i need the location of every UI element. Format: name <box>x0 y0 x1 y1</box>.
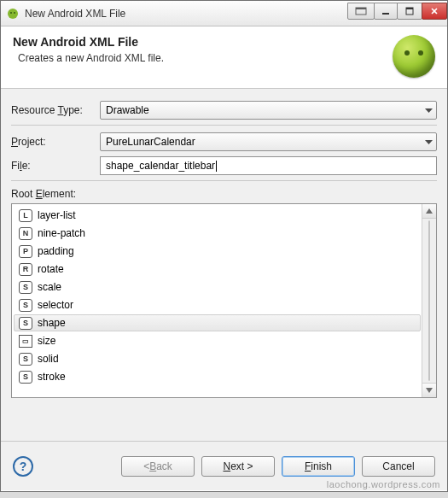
help-icon[interactable]: ? <box>13 456 33 477</box>
chevron-down-icon <box>425 136 433 148</box>
element-glyph-icon: N <box>19 227 32 240</box>
list-item-label: layer-list <box>38 209 76 221</box>
list-item[interactable]: Sstroke <box>14 368 421 385</box>
wizard-body: Resource Type: Drawable Project: PureLun… <box>1 89 447 441</box>
file-value: shape_calendar_titlebar <box>106 160 215 172</box>
element-glyph-icon: L <box>19 209 32 222</box>
list-item-label: nine-patch <box>38 227 85 239</box>
list-item-label: padding <box>38 245 74 257</box>
list-item-label: size <box>38 335 55 347</box>
list-item[interactable]: Ppadding <box>14 243 421 260</box>
resource-type-select[interactable]: Drawable <box>100 101 437 120</box>
resource-type-label: Resource Type: <box>11 104 100 116</box>
back-button[interactable]: < Back <box>121 456 195 477</box>
svg-rect-5 <box>382 13 389 15</box>
list-item[interactable]: Sshape <box>14 314 421 331</box>
app-icon <box>6 7 20 21</box>
file-input[interactable]: shape_calendar_titlebar <box>100 156 437 175</box>
root-element-label: Root Element: <box>11 188 437 200</box>
titlebar[interactable]: New Android XML File <box>1 1 447 26</box>
svg-rect-7 <box>406 8 413 9</box>
list-item-label: selector <box>38 299 73 311</box>
element-glyph-icon: S <box>19 281 32 294</box>
separator <box>11 125 437 126</box>
finish-button[interactable]: Finish <box>282 456 355 477</box>
text-caret <box>216 161 217 172</box>
list-item[interactable]: Rrotate <box>14 261 421 278</box>
next-button[interactable]: Next > <box>201 456 275 477</box>
list-item[interactable]: ▭size <box>14 332 421 349</box>
element-glyph-icon: S <box>19 353 32 366</box>
element-glyph-icon: S <box>19 299 32 312</box>
list-item-label: stroke <box>38 371 66 383</box>
page-subtitle: Creates a new Android XML file. <box>13 52 393 64</box>
close-button[interactable] <box>422 3 447 20</box>
list-item-label: shape <box>38 317 66 329</box>
scroll-down-button[interactable] <box>422 383 437 397</box>
list-item[interactable]: Llayer-list <box>14 207 421 224</box>
list-item[interactable]: Sselector <box>14 296 421 313</box>
project-row: Project: PureLunarCalendar <box>11 132 437 151</box>
svg-point-0 <box>8 9 18 19</box>
project-label: Project: <box>11 136 100 148</box>
window-buttons <box>348 3 447 20</box>
svg-point-2 <box>14 12 15 14</box>
maximize-button[interactable] <box>397 3 422 20</box>
thumbnail-button[interactable] <box>347 3 375 20</box>
dialog-window: New Android XML File New Android XML Fil… <box>0 0 448 492</box>
element-glyph-icon: P <box>19 245 32 258</box>
file-label: File: <box>11 160 100 172</box>
cancel-button[interactable]: Cancel <box>362 456 435 477</box>
list-item-label: rotate <box>38 263 64 275</box>
list-item[interactable]: Ssolid <box>14 350 421 367</box>
element-glyph-icon: S <box>19 317 32 330</box>
list-item-label: solid <box>38 353 59 365</box>
separator <box>11 180 437 181</box>
scroll-thumb[interactable] <box>428 220 430 381</box>
project-value: PureLunarCalendar <box>106 136 195 148</box>
root-element-list[interactable]: Llayer-listNnine-patchPpaddingRrotateSsc… <box>11 203 437 398</box>
resource-type-row: Resource Type: Drawable <box>11 101 437 120</box>
project-select[interactable]: PureLunarCalendar <box>100 132 437 151</box>
wizard-header: New Android XML File Creates a new Andro… <box>1 26 447 89</box>
window-title: New Android XML File <box>25 8 348 20</box>
element-glyph-icon: S <box>19 371 32 384</box>
element-glyph-icon: ▭ <box>19 335 32 348</box>
svg-rect-4 <box>356 8 366 9</box>
minimize-button[interactable] <box>374 3 398 20</box>
list-item[interactable]: Sscale <box>14 278 421 296</box>
svg-point-1 <box>10 12 12 14</box>
wizard-footer: ? < Back Next > Finish Cancel <box>1 441 447 490</box>
scrollbar[interactable] <box>422 204 436 397</box>
scroll-up-button[interactable] <box>422 204 437 219</box>
element-glyph-icon: R <box>19 263 32 276</box>
list-item[interactable]: Nnine-patch <box>14 225 421 242</box>
file-row: File: shape_calendar_titlebar <box>11 156 437 175</box>
android-logo-icon <box>393 35 435 78</box>
chevron-down-icon <box>425 104 433 116</box>
resource-type-value: Drawable <box>106 104 149 116</box>
page-title: New Android XML File <box>13 35 393 49</box>
list-item-label: scale <box>38 281 61 293</box>
